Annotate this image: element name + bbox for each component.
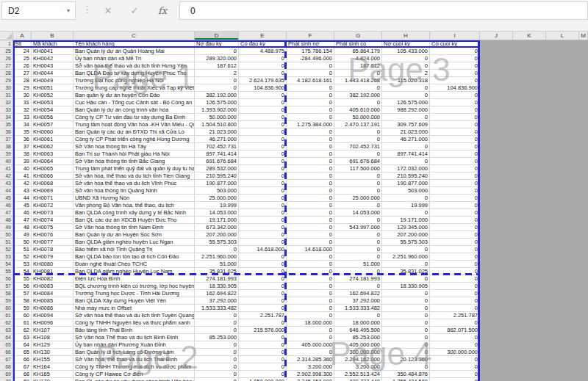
- cell[interactable]: 0: [430, 334, 480, 341]
- cell[interactable]: 0: [382, 290, 430, 297]
- cell[interactable]: 55.575.303: [195, 239, 239, 246]
- cell[interactable]: 0: [382, 305, 430, 312]
- cell[interactable]: 0: [239, 261, 287, 268]
- row-number[interactable]: 35: [0, 121, 13, 128]
- row-number[interactable]: 55: [0, 268, 13, 275]
- cell[interactable]: 0: [430, 356, 480, 363]
- cell[interactable]: 37.292.000: [334, 297, 382, 305]
- cell[interactable]: Ban QLDA Đầu tư xây dựng Huyện Phúc Thọ: [74, 70, 195, 77]
- row-number[interactable]: 51: [0, 239, 13, 246]
- cell[interactable]: KH0085: [32, 297, 74, 305]
- cell[interactable]: 0: [382, 92, 430, 99]
- row-number[interactable]: 53: [0, 253, 13, 261]
- cell[interactable]: 210.595.240: [382, 173, 430, 180]
- cell[interactable]: KH0051: [32, 84, 74, 92]
- row-number[interactable]: 44: [0, 187, 13, 195]
- cell[interactable]: KH0042: [32, 55, 74, 62]
- cell[interactable]: Ban Trị sự Thành hội Phật giáo Hà Nội: [74, 150, 195, 158]
- cell[interactable]: 64: [13, 341, 32, 349]
- cell[interactable]: 691.676.684: [195, 158, 239, 165]
- cell[interactable]: 0: [239, 341, 287, 349]
- cell[interactable]: 210.595.240: [195, 173, 239, 180]
- formula-input[interactable]: 0: [179, 1, 588, 20]
- cell[interactable]: 18.000.000: [287, 319, 334, 327]
- cell[interactable]: Công ty TNHH Thương mại dịch vụ dược phẩ…: [74, 363, 195, 371]
- cell[interactable]: 0: [239, 334, 287, 341]
- cell[interactable]: 0: [239, 99, 287, 106]
- cell[interactable]: 14.053.000: [334, 209, 382, 217]
- row-number[interactable]: 64: [0, 334, 13, 341]
- cell[interactable]: 21.023.000: [382, 128, 430, 136]
- cell[interactable]: 0: [287, 312, 334, 319]
- cell[interactable]: 0: [382, 297, 430, 305]
- cell[interactable]: 0: [287, 297, 334, 305]
- row-number[interactable]: 59: [0, 297, 13, 305]
- print-area-right-border[interactable]: [478, 40, 480, 381]
- cell[interactable]: 897.741.414: [195, 150, 239, 158]
- cell[interactable]: 42: [13, 180, 32, 187]
- row-number[interactable]: 29: [0, 77, 13, 84]
- cell[interactable]: 0: [430, 180, 480, 187]
- cell[interactable]: 0: [430, 231, 480, 239]
- cell[interactable]: 0: [430, 283, 480, 290]
- cell[interactable]: 1.050.000.000: [239, 378, 287, 381]
- cell[interactable]: 0: [430, 253, 480, 261]
- cell[interactable]: 0: [382, 261, 430, 268]
- row-number[interactable]: 61: [0, 312, 13, 319]
- cell[interactable]: 0: [382, 246, 430, 253]
- row-number[interactable]: 62: [0, 319, 13, 327]
- cell[interactable]: 0: [239, 92, 287, 99]
- cell[interactable]: Ban QLDA giảm nghèo huyện Lục Ngạn: [74, 239, 195, 246]
- column-header-b[interactable]: B: [32, 32, 74, 40]
- cell[interactable]: 37.292.000: [195, 297, 239, 305]
- cell[interactable]: 274.181.993: [334, 275, 382, 283]
- cell[interactable]: 0: [239, 106, 287, 114]
- cell[interactable]: 207.200.000: [195, 231, 239, 239]
- cell[interactable]: Sở văn hóa thể thao và du lịch tỉnh Hưng…: [74, 62, 195, 70]
- row-number[interactable]: 70: [0, 378, 13, 381]
- cell[interactable]: 0: [430, 70, 480, 77]
- cell[interactable]: 45: [13, 202, 32, 209]
- cell[interactable]: KH0078: [32, 246, 74, 253]
- cell[interactable]: 0: [430, 62, 480, 70]
- cell[interactable]: 0: [239, 356, 287, 363]
- cell[interactable]: 65: [13, 349, 32, 356]
- cell[interactable]: 2: [195, 70, 239, 77]
- cell[interactable]: Ban QL các dự án xây dựng công trình Văn…: [74, 378, 195, 381]
- cell[interactable]: 21.023.000: [195, 128, 239, 136]
- cell[interactable]: 19.999: [382, 202, 430, 209]
- row-number[interactable]: 57: [0, 283, 13, 290]
- cell[interactable]: 0: [287, 239, 334, 246]
- cell[interactable]: 18.000.000: [334, 319, 382, 327]
- cell[interactable]: 66: [13, 356, 32, 363]
- cell[interactable]: 0: [239, 114, 287, 121]
- cell[interactable]: KH0054: [32, 106, 74, 114]
- row-number[interactable]: 68: [0, 363, 13, 371]
- cell[interactable]: Sở Văn hóa thông tin tỉnh Nam Định: [74, 224, 195, 231]
- cell[interactable]: 207.200.000: [382, 231, 430, 239]
- cell[interactable]: 52: [13, 253, 32, 261]
- column-header-a[interactable]: A: [13, 32, 32, 40]
- cell[interactable]: 105.433.000: [382, 48, 430, 55]
- cell[interactable]: 0: [287, 202, 334, 209]
- cell[interactable]: 0: [239, 209, 287, 217]
- cell[interactable]: 0: [287, 173, 334, 180]
- cell[interactable]: 0: [287, 114, 334, 121]
- cell[interactable]: 543.997.000: [334, 224, 382, 231]
- cell[interactable]: Ban QLDA bảo tồn tôn tạo di tích Côn Đảo: [74, 253, 195, 261]
- cell[interactable]: 405.610.000: [334, 106, 382, 114]
- cell[interactable]: 51: [13, 246, 32, 253]
- cell[interactable]: 702.452.731: [195, 143, 239, 150]
- cell[interactable]: 0: [287, 106, 334, 114]
- cell[interactable]: 25.000.000: [195, 195, 239, 202]
- cell[interactable]: Ban QL các dự án XDCB Huyện Đức Thọ: [74, 217, 195, 224]
- cell[interactable]: 46.271.000: [195, 136, 239, 143]
- cell[interactable]: 0: [287, 158, 334, 165]
- cell[interactable]: 0: [239, 150, 287, 158]
- cell[interactable]: 62: [13, 327, 32, 334]
- cell[interactable]: 0: [334, 217, 382, 224]
- cell[interactable]: 0: [195, 48, 239, 55]
- cell[interactable]: 14.053.000: [195, 209, 239, 217]
- cell[interactable]: Công ty CP Phát triển công nghệ Hồng Dươ…: [74, 136, 195, 143]
- cell[interactable]: KH0079: [32, 253, 74, 261]
